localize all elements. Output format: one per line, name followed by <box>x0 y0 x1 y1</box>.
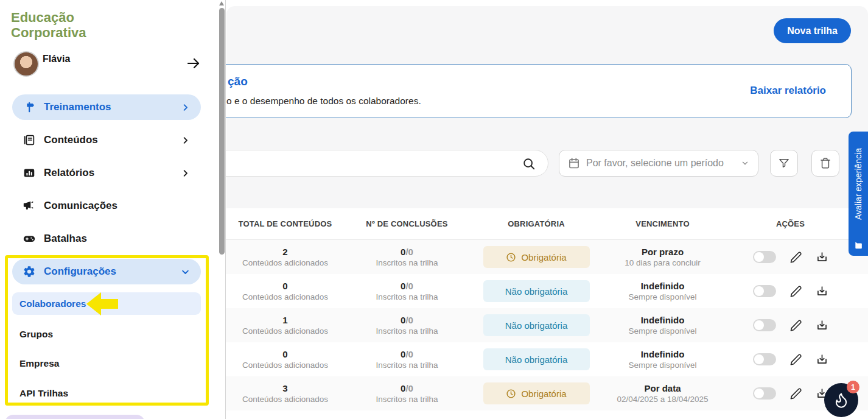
sidebar-item-batalhas[interactable]: Batalhas <box>12 226 201 252</box>
signpost-icon <box>22 100 37 114</box>
sidebar-scrollbar[interactable] <box>218 0 225 419</box>
edit-button[interactable] <box>789 353 802 366</box>
sidebar-item-treinamentos[interactable]: Treinamentos <box>12 94 201 120</box>
delete-button[interactable] <box>811 150 839 177</box>
clock-icon <box>506 252 516 262</box>
feedback-tab[interactable]: Avaliar experiência <box>849 132 868 256</box>
download-button[interactable] <box>816 319 828 332</box>
sidebar-subitem-grupos[interactable]: Grupos <box>12 323 201 345</box>
avatar[interactable] <box>13 51 39 77</box>
edit-button[interactable] <box>789 285 802 298</box>
search-icon <box>522 157 536 171</box>
pencil-icon <box>789 285 802 298</box>
report-card: ção o e o desempenho de todos os colabor… <box>225 64 852 118</box>
scrollbar-thumb[interactable] <box>219 8 225 255</box>
edit-button[interactable] <box>789 251 802 264</box>
chat-icon <box>854 241 863 250</box>
chevron-down-icon <box>181 267 190 276</box>
table-row: 3 Conteúdos adicionados 0/0 Inscritos na… <box>225 376 868 410</box>
sidebar-subitem-api-trilhas[interactable]: API Trilhas <box>12 382 201 404</box>
edit-button[interactable] <box>789 319 802 332</box>
calendar-icon <box>568 157 580 169</box>
trash-icon <box>819 157 831 169</box>
sidebar-subitem-empresa[interactable]: Empresa <box>12 352 201 375</box>
notification-badge: 1 <box>847 381 859 393</box>
chevron-right-icon <box>181 136 190 145</box>
new-trail-button[interactable]: Nova trilha <box>774 18 851 43</box>
flame-icon <box>833 392 850 409</box>
table-row: 2 Conteúdos adicionados 0/0 Inscritos na… <box>225 240 868 274</box>
period-placeholder: Por favor, selecione um período <box>586 158 735 169</box>
active-toggle[interactable] <box>753 319 776 331</box>
period-select[interactable]: Por favor, selecione um período <box>559 150 758 177</box>
optional-badge: Não obrigatória <box>483 280 590 302</box>
sidebar: Educação Corporativa Flávia Treinamentos… <box>0 0 218 419</box>
table-row: 0 Conteúdos adicionados 0/0 Inscritos na… <box>225 342 868 376</box>
filter-button[interactable] <box>770 150 798 177</box>
sidebar-item-configuracoes[interactable]: Configurações <box>12 259 201 284</box>
col-acoes: AÇÕES <box>731 219 850 228</box>
download-report-link[interactable]: Baixar relatório <box>750 85 826 97</box>
download-button[interactable] <box>816 251 828 264</box>
col-obrigatoria: OBRIGATÓRIA <box>478 219 594 228</box>
sidebar-subitem-colaboradores[interactable]: Colaboradores <box>12 292 201 315</box>
card-title: ção <box>228 75 248 88</box>
download-icon <box>816 353 828 366</box>
table-row: 1 Conteúdos adicionados 0/0 Inscritos na… <box>225 308 868 342</box>
pencil-icon <box>789 387 802 400</box>
mandatory-badge: Obrigatória <box>483 382 590 404</box>
scroll-up-arrow-icon[interactable] <box>219 1 224 5</box>
search-input[interactable] <box>225 150 548 177</box>
download-icon <box>816 251 828 264</box>
book-icon <box>22 133 37 147</box>
funnel-icon <box>778 157 790 169</box>
optional-badge: Não obrigatória <box>483 348 590 370</box>
download-icon <box>816 319 828 332</box>
clock-icon <box>506 389 516 399</box>
table-header-row: TOTAL DE CONTEÚDOS Nº DE CONCLUSÕES OBRI… <box>225 208 868 240</box>
active-toggle[interactable] <box>753 285 776 297</box>
col-total: TOTAL DE CONTEÚDOS <box>235 219 335 228</box>
gear-icon <box>22 265 37 278</box>
active-toggle[interactable] <box>753 387 776 400</box>
table-row: 0 Conteúdos adicionados 0/0 Inscritos na… <box>225 274 868 308</box>
sidebar-item-comunicacoes[interactable]: Comunicações <box>12 193 201 219</box>
main-content: Nova trilha ção o e o desempenho de todo… <box>225 0 868 419</box>
active-toggle[interactable] <box>753 251 776 263</box>
gamepad-icon <box>22 232 37 245</box>
sidebar-item-relatorios[interactable]: Relatórios <box>12 160 201 186</box>
mandatory-badge: Obrigatória <box>483 246 590 268</box>
bar-chart-icon <box>22 166 37 180</box>
sidebar-bottom-item <box>5 415 145 419</box>
chevron-right-icon <box>181 169 190 178</box>
download-button[interactable] <box>816 353 828 366</box>
card-description: o e o desempenho de todos os colaborador… <box>226 96 421 107</box>
download-icon <box>816 285 828 298</box>
download-button[interactable] <box>816 285 828 298</box>
optional-badge: Não obrigatória <box>483 314 590 336</box>
megaphone-icon <box>22 199 37 213</box>
app-logo: Educação Corporativa <box>11 10 86 40</box>
trails-table: TOTAL DE CONTEÚDOS Nº DE CONCLUSÕES OBRI… <box>225 208 868 419</box>
pencil-icon <box>789 251 802 264</box>
user-name: Flávia <box>43 54 70 65</box>
chevron-right-icon <box>181 103 190 112</box>
edit-button[interactable] <box>789 387 802 400</box>
arrow-right-icon <box>186 56 201 71</box>
pencil-icon <box>789 319 802 332</box>
feedback-label: Avaliar experiência <box>849 135 868 233</box>
pencil-icon <box>789 353 802 366</box>
active-toggle[interactable] <box>753 353 776 365</box>
collapse-sidebar-button[interactable] <box>186 56 201 73</box>
sidebar-item-conteudos[interactable]: Conteúdos <box>12 127 201 153</box>
col-vencimento: VENCIMENTO <box>594 219 731 228</box>
chevron-down-icon <box>741 159 749 167</box>
col-conclusoes: Nº DE CONCLUSÕES <box>335 219 478 228</box>
